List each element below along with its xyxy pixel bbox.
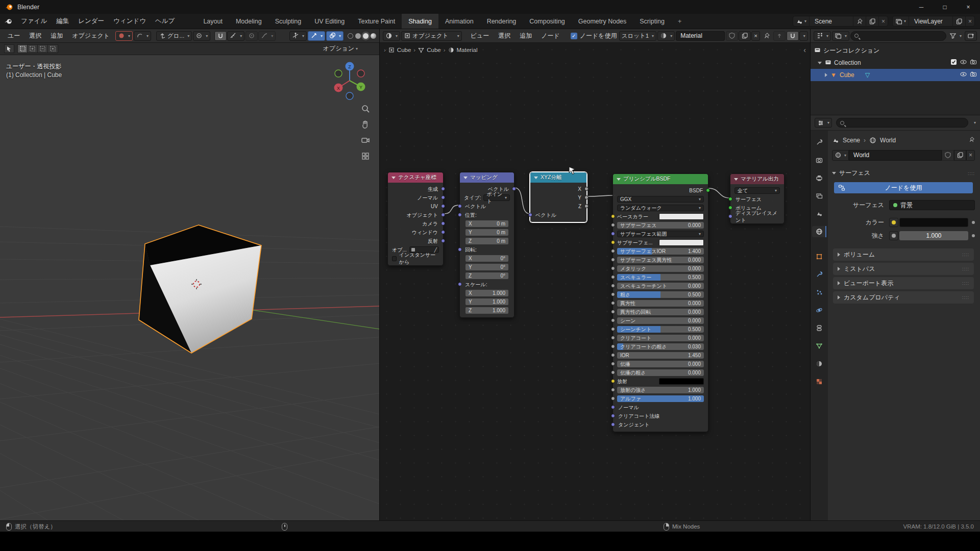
viewlayer-name[interactable]: ViewLayer (909, 16, 953, 26)
node-dropdown[interactable]: ランダムウォーク▾ (617, 205, 704, 211)
copy-world-icon[interactable] (954, 150, 966, 161)
checkbox-icon[interactable] (950, 59, 957, 67)
node-slider[interactable]: 粗さ0.500 (617, 291, 704, 298)
shading-wireframe-icon[interactable] (348, 33, 353, 39)
pin-icon[interactable] (853, 16, 866, 26)
copy-material-icon[interactable] (739, 31, 751, 41)
socket[interactable] (611, 370, 615, 374)
tab-modeling[interactable]: Modeling (229, 14, 268, 29)
slot-dropdown[interactable]: スロット1▾ (619, 31, 657, 41)
socket[interactable] (441, 230, 445, 234)
socket[interactable] (728, 197, 732, 201)
scene-name[interactable]: Scene (810, 16, 853, 26)
select-mode-subtract[interactable] (38, 44, 48, 53)
menu-3[interactable]: ウィンドウ (109, 15, 151, 27)
panel-3[interactable]: カスタムプロパティ:::: (833, 291, 974, 304)
node-checkbox[interactable]: インスタンサーから (392, 255, 439, 262)
select-mode-new[interactable] (17, 44, 28, 53)
tab-object-data[interactable] (812, 340, 826, 352)
world-name-field[interactable]: World (849, 150, 942, 161)
tab-sculpting[interactable]: Sculpting (268, 14, 308, 29)
properties-search[interactable] (836, 118, 968, 128)
strength-input-socket[interactable] (889, 231, 898, 240)
socket[interactable] (611, 223, 615, 227)
node-slider[interactable]: 異方性0.000 (617, 300, 704, 307)
socket[interactable] (441, 221, 445, 226)
node-slider[interactable]: シーン0.000 (617, 317, 704, 324)
scene-selector[interactable]: ▾ Scene × (793, 16, 888, 27)
node-slider[interactable]: スペキュラーチント0.000 (617, 283, 704, 289)
node-value-field[interactable]: Z1.000 (464, 307, 510, 314)
pin-icon[interactable] (761, 31, 772, 41)
viewport-menu-2[interactable]: 追加 (46, 30, 67, 42)
node-slider[interactable]: メタリック0.000 (617, 265, 704, 272)
minimize-button[interactable]: ─ (910, 0, 933, 14)
node-slider[interactable]: IOR1.450 (617, 352, 704, 359)
active-tool-icon[interactable] (4, 44, 14, 53)
fake-user-shield-icon[interactable] (726, 31, 738, 41)
node-value-field[interactable]: X0 m (464, 220, 510, 227)
zoom-icon[interactable] (361, 104, 370, 113)
socket[interactable] (611, 353, 615, 357)
properties-editor-type-icon[interactable]: ▾ (815, 118, 832, 128)
properties-options-dropdown[interactable]: ▾ (974, 120, 976, 125)
viewport-menu-3[interactable]: オブジェクト (67, 30, 114, 42)
tab-uv-editing[interactable]: UV Editing (308, 14, 351, 29)
remove-icon[interactable]: × (966, 16, 974, 26)
socket[interactable] (611, 240, 615, 244)
socket[interactable] (706, 188, 710, 192)
socket[interactable] (611, 379, 615, 383)
outliner-search[interactable] (850, 31, 946, 41)
tab-scripting[interactable]: Scripting (633, 14, 671, 29)
tab-output[interactable] (812, 172, 826, 184)
socket[interactable] (528, 213, 532, 217)
shading-rendered-icon[interactable] (371, 33, 376, 39)
tab-physics[interactable] (812, 305, 826, 316)
node-2[interactable]: XYZ分離XYZベクトル (530, 172, 587, 222)
use-nodes-checkbox[interactable]: ✓ ノードを使用 (571, 32, 617, 40)
node-slider[interactable]: 伝播0.000 (617, 361, 704, 367)
panel-1[interactable]: ミストパス:::: (833, 263, 974, 275)
copy-icon[interactable] (953, 16, 966, 26)
tab-material[interactable] (812, 358, 826, 369)
parent-node-icon[interactable] (773, 31, 786, 41)
tab-add[interactable]: + (671, 14, 688, 29)
unlink-material-icon[interactable]: × (751, 31, 760, 41)
menu-4[interactable]: ヘルプ (151, 15, 179, 27)
close-button[interactable]: × (957, 0, 980, 14)
node-value-field[interactable]: X1.000 (464, 290, 510, 296)
socket[interactable] (458, 213, 462, 217)
mode-icon[interactable]: ▾ (115, 31, 133, 41)
overlays-toggle-icon[interactable]: ▾ (326, 31, 344, 41)
socket[interactable] (584, 187, 589, 191)
shader-menu-3[interactable]: ノード (536, 30, 565, 42)
expand-icon[interactable] (818, 62, 822, 64)
node-dropdown[interactable]: サブサーフェス範囲▾ (617, 231, 704, 237)
socket[interactable] (611, 310, 615, 314)
tab-modifiers[interactable] (812, 269, 826, 280)
tab-object[interactable] (812, 251, 826, 262)
unlink-icon[interactable]: × (879, 16, 888, 26)
copy-icon[interactable] (866, 16, 879, 26)
socket[interactable] (611, 396, 615, 400)
socket[interactable] (611, 292, 615, 296)
menu-2[interactable]: レンダー (74, 15, 109, 27)
socket[interactable] (441, 239, 445, 243)
socket[interactable] (584, 204, 589, 208)
viewport-canvas[interactable]: ユーザー・透視投影 (1) Collection | Cube Z X Y (0, 55, 379, 520)
socket[interactable] (611, 214, 615, 218)
node-4[interactable]: マテリアル出力全て▾サーフェスボリュームディスプレイスメント (730, 173, 785, 224)
tab-particles[interactable] (812, 287, 826, 298)
editor-type-icon[interactable]: ▾ (383, 31, 400, 41)
socket[interactable] (611, 258, 615, 262)
eye-icon[interactable] (960, 71, 967, 79)
socket[interactable] (458, 204, 462, 208)
falloff-dropdown[interactable]: ▾ (258, 31, 276, 41)
socket[interactable] (611, 414, 615, 418)
socket[interactable] (611, 232, 615, 236)
socket[interactable] (611, 344, 615, 348)
node-dropdown[interactable]: タイプ:ポイント▾ (464, 194, 510, 201)
camera-restrict-icon[interactable] (970, 71, 977, 79)
node-value-field[interactable]: X0° (464, 255, 510, 262)
node-value-field[interactable]: Y1.000 (464, 298, 510, 305)
